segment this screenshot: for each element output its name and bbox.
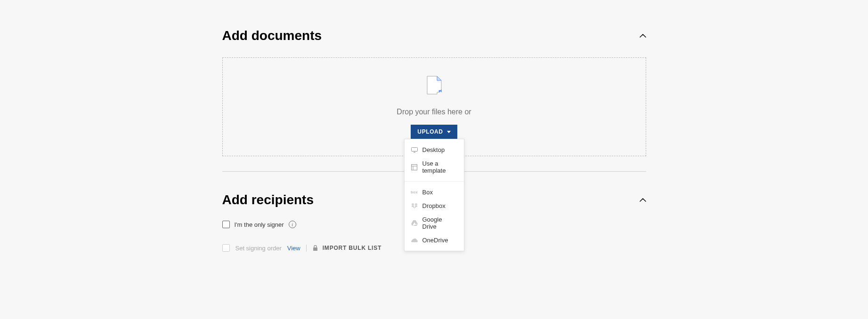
view-link[interactable]: View bbox=[287, 245, 307, 252]
upload-dropdown-menu: Desktop Use a template box Box bbox=[404, 139, 464, 251]
document-add-icon: + bbox=[427, 76, 442, 96]
upload-option-googledrive[interactable]: Google Drive bbox=[405, 213, 464, 233]
add-documents-title: Add documents bbox=[222, 28, 322, 43]
upload-button-label: UPLOAD bbox=[417, 128, 443, 135]
info-icon[interactable]: i bbox=[289, 221, 296, 228]
svg-rect-1 bbox=[411, 147, 417, 151]
set-signing-order-checkbox[interactable] bbox=[222, 244, 230, 252]
box-icon: box bbox=[411, 189, 418, 196]
dropbox-icon bbox=[411, 203, 418, 209]
upload-option-template[interactable]: Use a template bbox=[405, 157, 464, 177]
upload-option-label: Google Drive bbox=[422, 216, 457, 230]
collapse-documents-chevron-icon[interactable] bbox=[640, 32, 646, 39]
svg-rect-3 bbox=[313, 247, 317, 251]
import-bulk-button[interactable]: IMPORT BULK LIST bbox=[312, 245, 381, 251]
caret-down-icon bbox=[447, 131, 451, 133]
collapse-recipients-chevron-icon[interactable] bbox=[640, 197, 646, 203]
only-signer-checkbox[interactable] bbox=[222, 221, 230, 228]
svg-text:+: + bbox=[440, 88, 442, 94]
upload-option-label: OneDrive bbox=[422, 237, 448, 244]
import-bulk-label: IMPORT BULK LIST bbox=[323, 245, 381, 251]
upload-option-box[interactable]: box Box bbox=[405, 185, 464, 199]
upload-option-label: Box bbox=[422, 189, 433, 196]
set-signing-order-label: Set signing order bbox=[235, 245, 282, 252]
upload-option-label: Desktop bbox=[422, 146, 445, 153]
upload-option-desktop[interactable]: Desktop bbox=[405, 143, 464, 157]
onedrive-icon bbox=[411, 237, 418, 244]
add-recipients-title: Add recipients bbox=[222, 192, 314, 207]
upload-option-label: Dropbox bbox=[422, 202, 446, 209]
template-icon bbox=[411, 164, 418, 170]
upload-option-onedrive[interactable]: OneDrive bbox=[405, 233, 464, 247]
desktop-icon bbox=[411, 147, 418, 153]
upload-option-label: Use a template bbox=[422, 160, 457, 174]
upload-option-dropbox[interactable]: Dropbox bbox=[405, 199, 464, 213]
svg-rect-2 bbox=[412, 164, 417, 170]
googledrive-icon bbox=[411, 220, 418, 226]
file-dropzone[interactable]: + Drop your files here or UPLOAD Desktop bbox=[222, 57, 646, 156]
upload-button[interactable]: UPLOAD bbox=[411, 125, 457, 139]
lock-icon bbox=[312, 245, 319, 251]
only-signer-label: I'm the only signer bbox=[235, 221, 284, 228]
dropzone-text: Drop your files here or bbox=[397, 108, 471, 116]
